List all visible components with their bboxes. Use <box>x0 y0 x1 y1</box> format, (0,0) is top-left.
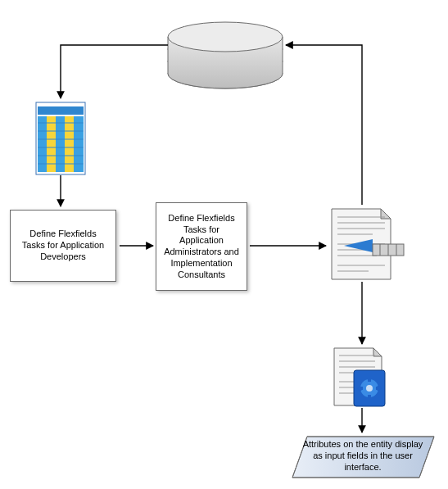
svg-rect-41 <box>368 395 371 400</box>
svg-point-48 <box>366 385 373 392</box>
box-admins: Define Flexfields Tasks for Application … <box>156 202 247 291</box>
document-icon <box>332 209 404 279</box>
database-icon <box>168 22 283 88</box>
attributes-text: Attributes on the entity display as inpu… <box>303 439 423 472</box>
svg-rect-40 <box>368 377 371 382</box>
table-icon <box>36 102 85 174</box>
box-admins-text: Define Flexfields Tasks for Application … <box>163 213 240 281</box>
attributes-text-wrap: Attributes on the entity display as inpu… <box>301 439 424 473</box>
document-gear-icon <box>334 348 385 406</box>
box-developers-text: Define Flexfields Tasks for Application … <box>17 229 109 262</box>
svg-rect-5 <box>38 106 84 115</box>
svg-point-3 <box>168 22 283 52</box>
box-developers: Define Flexfields Tasks for Application … <box>10 210 116 282</box>
